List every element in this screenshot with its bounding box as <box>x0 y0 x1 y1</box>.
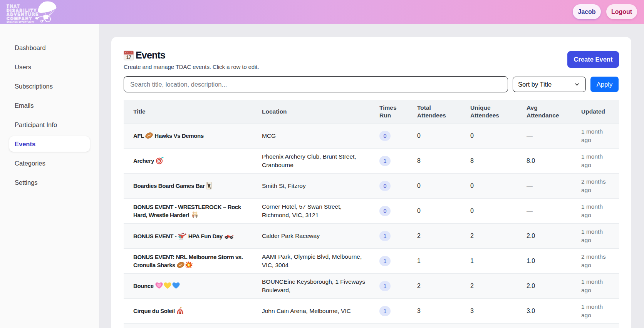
svg-text:17: 17 <box>126 55 131 60</box>
svg-text:COMPANY: COMPANY <box>7 16 33 21</box>
svg-text:CREATING OPPORTUNITY: CREATING OPPORTUNITY <box>7 21 34 23</box>
